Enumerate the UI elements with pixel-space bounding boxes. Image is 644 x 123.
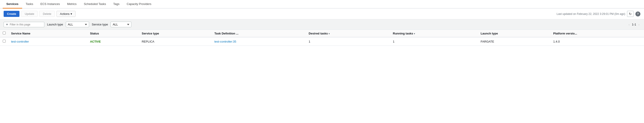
desired-tasks-sort-icon: ▾	[328, 32, 330, 35]
launch-type-select[interactable]: ALLEC2FARGATEEXTERNAL	[66, 22, 89, 27]
refresh-button[interactable]: ↻	[627, 11, 634, 17]
actions-button[interactable]: Actions ▾	[56, 11, 76, 17]
pagination: ‹ 1-1 ›	[628, 22, 640, 27]
select-all-header	[0, 30, 8, 37]
status-cell: ACTIVE	[87, 37, 139, 46]
tab-capacity-providers[interactable]: Capacity Providers	[123, 0, 155, 8]
table-row: test-controllerACTIVEREPLICAtest-control…	[0, 37, 644, 46]
toolbar: Create Update Delete Actions ▾ Last upda…	[0, 8, 644, 19]
update-button[interactable]: Update	[21, 11, 38, 17]
delete-button[interactable]: Delete	[39, 11, 55, 17]
row-checkbox-cell	[0, 37, 8, 46]
service-name-link[interactable]: test-controller	[11, 40, 29, 43]
running-tasks-sort-icon: ▾	[414, 32, 415, 35]
filter-input[interactable]	[10, 23, 42, 26]
pagination-range: 1-1	[632, 23, 636, 26]
service-name-cell: test-controller	[8, 37, 87, 46]
last-updated-text: Last updated on February 22, 2022 3:29:0…	[556, 12, 625, 15]
tab-ecs-instances[interactable]: ECS Instances	[37, 0, 64, 8]
filter-input-wrap: ▼	[4, 22, 44, 27]
actions-chevron-icon: ▾	[70, 12, 72, 15]
services-table: Service NameStatusService typeTask Defin…	[0, 30, 644, 46]
service-type-label: Service type	[92, 23, 108, 26]
task-definition-cell: test-controller:35	[212, 37, 306, 46]
filter-icon: ▼	[6, 23, 8, 26]
col-running-tasks[interactable]: Running tasks▾	[390, 30, 478, 37]
col-task-definition: Task Definition ...	[212, 30, 306, 37]
service-type-cell: REPLICA	[139, 37, 212, 46]
col-service-type: Service type	[139, 30, 212, 37]
task-definition-link[interactable]: test-controller:35	[214, 40, 236, 43]
tab-scheduled-tasks[interactable]: Scheduled Tasks	[80, 0, 110, 8]
col-status: Status	[87, 30, 139, 37]
tabs-bar: ServicesTasksECS InstancesMetricsSchedul…	[0, 0, 644, 8]
tab-tags[interactable]: Tags	[110, 0, 123, 8]
tab-tasks[interactable]: Tasks	[22, 0, 37, 8]
select-all-checkbox[interactable]	[3, 32, 6, 34]
col-launch-type: Launch type	[478, 30, 550, 37]
table-header: Service NameStatusService typeTask Defin…	[0, 30, 644, 37]
help-button[interactable]: ?	[636, 11, 640, 16]
tab-metrics[interactable]: Metrics	[64, 0, 80, 8]
launch-type-cell: FARGATE	[478, 37, 550, 46]
col-platform-version: Platform versio...	[550, 30, 644, 37]
running-tasks-cell: 1	[390, 37, 478, 46]
tab-services[interactable]: Services	[3, 0, 22, 8]
pagination-next[interactable]: ›	[638, 22, 640, 27]
actions-label: Actions	[60, 12, 70, 15]
col-desired-tasks[interactable]: Desired tasks▾	[306, 30, 390, 37]
filter-bar: ▼ Launch type ALLEC2FARGATEEXTERNAL Serv…	[0, 19, 644, 30]
desired-tasks-cell: 1	[306, 37, 390, 46]
launch-type-label: Launch type	[47, 23, 63, 26]
col-service-name: Service Name	[8, 30, 87, 37]
create-button[interactable]: Create	[4, 11, 20, 17]
platform-version-cell: 1.4.0	[550, 37, 644, 46]
service-type-select[interactable]: ALLREPLICADAEMON	[110, 22, 132, 27]
row-checkbox[interactable]	[3, 40, 6, 43]
pagination-prev[interactable]: ‹	[628, 22, 631, 27]
table-wrap: Service NameStatusService typeTask Defin…	[0, 30, 644, 46]
table-body: test-controllerACTIVEREPLICAtest-control…	[0, 37, 644, 46]
